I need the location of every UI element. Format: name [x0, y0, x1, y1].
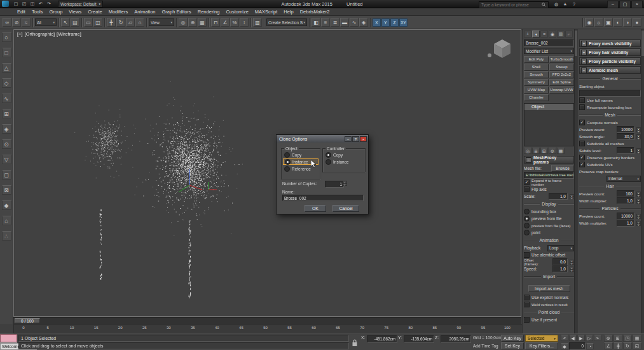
tab-utilities-icon[interactable]: ⌐	[565, 31, 573, 38]
rollout-proxy-hair-visibility[interactable]: +Proxy hair visibility	[579, 48, 641, 56]
spinner[interactable]: ▴▾	[636, 148, 641, 153]
rollout-proxy-particle-visibility[interactable]: +Proxy particle visibility	[579, 57, 641, 65]
percent-snap-toggle-icon[interactable]: %	[230, 18, 239, 27]
width-multiplier-field[interactable]: 1,0	[617, 197, 634, 204]
menu-group[interactable]: Group	[46, 9, 65, 15]
select-and-manipulate-icon[interactable]: ⊕	[188, 18, 197, 27]
make-unique-icon[interactable]: ⊞	[540, 148, 548, 154]
spinner[interactable]: ▴▾	[570, 267, 574, 272]
menu-edit[interactable]: Edit	[14, 9, 29, 15]
undo-icon[interactable]: ↶	[37, 1, 45, 7]
left-tool-12-icon[interactable]: ◆	[2, 200, 11, 210]
modifier-button-edit-spline[interactable]: Edit Spline	[549, 79, 574, 86]
controller-instance-radio[interactable]: Instance	[324, 158, 364, 165]
preview-count-field[interactable]: 100	[617, 190, 634, 197]
pin-stack-icon[interactable]: ◎	[524, 148, 531, 154]
mirror-icon[interactable]: ◧	[312, 18, 320, 27]
menu-animation[interactable]: Animation	[131, 9, 158, 15]
viewport-menu-pov[interactable]: [Orthographic]	[25, 31, 55, 37]
select-and-scale-icon[interactable]: ▱	[126, 18, 135, 27]
left-tool-4-icon[interactable]: ◇	[2, 78, 11, 88]
workspace-dropdown[interactable]: Workspace: Default ▾	[58, 1, 103, 8]
z-coordinate-field[interactable]: 2050,26cm	[441, 335, 471, 343]
remove-modifier-icon[interactable]: ⊘	[549, 148, 556, 154]
zoom-extents-icon[interactable]: ◳	[623, 335, 632, 342]
tab-display-icon[interactable]: ▥	[557, 31, 565, 38]
edit-named-selection-sets-icon[interactable]: ▥	[253, 18, 262, 27]
new-scene-icon[interactable]: ▢	[12, 1, 20, 7]
track-bar[interactable]: 0510152025303540455055606570758085909510…	[13, 324, 533, 333]
angle-snap-toggle-icon[interactable]: ∠	[221, 18, 230, 27]
width-multiplier-field[interactable]: 1,0	[617, 220, 634, 227]
reference-coordinate-system-dropdown[interactable]: View▾	[149, 18, 174, 26]
select-and-place-icon[interactable]: ⌂	[135, 18, 144, 27]
x-coordinate-field[interactable]: -451,862cm	[367, 335, 397, 343]
clone-name-input[interactable]	[282, 195, 364, 201]
favorites-icon[interactable]: ★	[561, 1, 569, 8]
speed-field[interactable]: 1,0	[552, 265, 568, 272]
stack-item-object[interactable]: Object	[524, 104, 573, 110]
scale-field[interactable]: 1,0	[549, 193, 568, 200]
display-point-radio[interactable]: point	[524, 229, 574, 236]
axis-constraint-y[interactable]: Y	[381, 18, 390, 27]
playback-dropdown[interactable]: Loop ▾	[547, 245, 574, 251]
spinner[interactable]: ▴▾	[636, 221, 641, 226]
select-by-name-icon[interactable]: ▤	[71, 18, 79, 27]
window-crossing-toggle-icon[interactable]: ◫	[93, 18, 102, 27]
preserve-geometry-borders-checkbox[interactable]: Preserve geometry borders	[579, 154, 641, 161]
help-icon[interactable]: ?	[570, 1, 578, 8]
tab-hierarchy-icon[interactable]: ≡	[540, 31, 548, 38]
display-preview-faces-radio[interactable]: preview from file (faces)	[524, 222, 574, 229]
dialog-help-button[interactable]: ?	[352, 136, 359, 142]
next-frame-icon[interactable]: ▷	[586, 335, 593, 341]
menu-graph-editors[interactable]: Graph Editors	[159, 9, 195, 15]
previous-frame-icon[interactable]: ◀	[569, 335, 577, 341]
open-file-icon[interactable]: ◰	[20, 1, 28, 7]
modifier-button-unwrap-uvw[interactable]: Unwrap UVW	[549, 87, 574, 94]
go-to-end-icon[interactable]: »	[594, 335, 601, 341]
app-logo-icon[interactable]	[2, 1, 9, 7]
menu-create[interactable]: Create	[85, 9, 106, 15]
time-slider[interactable]: 0 / 100	[13, 317, 521, 324]
go-to-start-icon[interactable]: «	[561, 335, 568, 341]
render-iterative-icon[interactable]: ◐	[613, 18, 622, 27]
dialog-minimize-button[interactable]: –	[345, 136, 352, 142]
use-if-present-checkbox[interactable]: Use if present	[524, 316, 574, 323]
selected-set-dropdown[interactable]: Selected ▾	[525, 335, 558, 342]
dialog-close-button[interactable]: ×	[360, 136, 367, 142]
selection-lock-toggle[interactable]	[352, 338, 358, 349]
offset-field[interactable]: 0,0	[552, 258, 568, 265]
spinner[interactable]: ▴▾	[636, 192, 641, 197]
set-key-button[interactable]: Set Key	[501, 342, 524, 349]
left-tool-5-icon[interactable]: ∿	[2, 94, 11, 103]
left-tool-11-icon[interactable]: ⊠	[2, 185, 11, 195]
tab-motion-icon[interactable]: ◉	[549, 31, 556, 38]
preview-count-field[interactable]: 10000	[617, 213, 634, 220]
copies-spinner[interactable]: ▴▾	[343, 181, 347, 186]
subdiv-level-field[interactable]: 1	[617, 147, 634, 154]
rectangular-selection-region-icon[interactable]: ▭	[84, 18, 93, 27]
viewport-menu-general[interactable]: [+]	[17, 31, 23, 37]
tab-modify-icon[interactable]: ◖	[532, 31, 540, 38]
left-tool-13-icon[interactable]: ⌂	[2, 216, 11, 225]
maximize-viewport-toggle-icon[interactable]: ◱	[633, 342, 641, 349]
left-tool-7-icon[interactable]: ◈	[2, 124, 11, 134]
modifier-button-uvw-map[interactable]: UVW Map	[524, 87, 549, 94]
select-and-rotate-icon[interactable]: ↻	[116, 18, 125, 27]
time-slider-handle[interactable]: 0 / 100	[15, 318, 40, 323]
render-setup-icon[interactable]: ☼	[594, 18, 603, 27]
show-end-result-icon[interactable]: ≣	[532, 148, 540, 154]
general-field[interactable]	[579, 90, 641, 97]
viewport[interactable]: [+] [Orthographic] [Wireframe]	[13, 29, 521, 317]
field-of-view-icon[interactable]: ∠	[604, 342, 613, 349]
axis-constraint-x[interactable]: X	[373, 18, 381, 27]
keyboard-shortcut-override-icon[interactable]: ▦	[198, 18, 207, 27]
spinner[interactable]: ▴▾	[636, 127, 641, 132]
save-file-icon[interactable]: ◫	[29, 1, 36, 7]
help-search[interactable]	[479, 1, 549, 8]
copies-field[interactable]: 1	[325, 181, 344, 188]
curve-editor-icon[interactable]: ∿	[350, 18, 359, 27]
select-object-icon[interactable]: ↖	[61, 18, 70, 27]
smooth-angle-field[interactable]: 30,0	[617, 133, 634, 140]
y-coordinate-field[interactable]: -135,604cm	[404, 335, 434, 343]
